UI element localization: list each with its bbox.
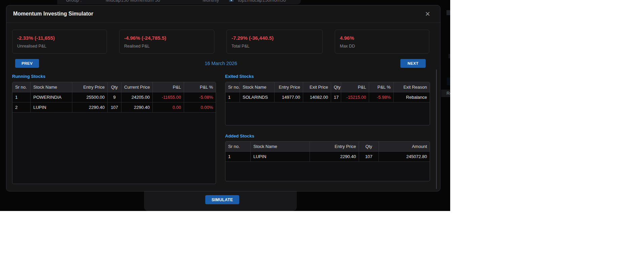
section-title-running-stocks: Running Stocks — [12, 74, 45, 79]
table-cell: 17 — [331, 92, 341, 102]
table-cell: 2290.40 — [72, 102, 108, 113]
chevron-down-icon: ▾ — [229, 0, 234, 2]
table-header-row: Sr no.Stock NameEntry PriceQtyCurrent Pr… — [12, 82, 216, 92]
page-title: Momentum Investing Simulator — [13, 11, 93, 17]
table-cell: 107 — [359, 152, 379, 162]
stat-card-realised-pnl: -4.96% (-24,785.5) Realised P&L — [119, 30, 214, 54]
stat-value: 4.96% — [340, 35, 424, 41]
table-cell: -15215.00 — [341, 92, 369, 102]
stat-label: Unrealised P&L — [17, 44, 102, 49]
stat-label: Max DD — [340, 44, 424, 49]
table-cell: POWERINDIA — [31, 92, 72, 102]
simulate-button[interactable]: SIMULATE — [205, 195, 239, 204]
table-cell: LUPIN — [251, 152, 310, 162]
column-header: Qty — [108, 82, 121, 92]
momentum-simulator-modal: Momentum Investing Simulator ✕ -2.33% (-… — [6, 5, 440, 191]
column-header: Qty — [359, 142, 379, 152]
background-panel: SIMULATE — [144, 191, 297, 211]
table-cell: SOLARINDS — [240, 92, 275, 102]
column-header: Sr no. — [225, 82, 240, 92]
background-text-fragment: Monthly — [203, 0, 219, 3]
date-navigation-row: PREV 16 March 2026 NEXT — [6, 59, 435, 68]
stat-label: Total P&L — [231, 44, 318, 49]
table-cell: 1 — [225, 92, 240, 102]
table-row: 2LUPIN2290.401072290.400.000.00% — [12, 102, 216, 113]
background-artifact: Re — [441, 90, 450, 97]
background-text-fragment: Midcap150 Momentum 50 — [106, 0, 160, 3]
table-cell: Rebalance — [394, 92, 430, 102]
table-header-row: Sr no.Stock NameEntry PriceExit PriceQty… — [225, 82, 430, 92]
stat-card-unrealised-pnl: -2.33% (-11,655) Unrealised P&L — [12, 30, 107, 54]
close-icon: ✕ — [425, 10, 430, 18]
running-stocks-table: Sr no.Stock NameEntry PriceQtyCurrent Pr… — [12, 82, 216, 184]
column-header: Amount — [379, 142, 430, 152]
column-header: P&L % — [184, 82, 216, 92]
column-header: Stock Name — [251, 142, 310, 152]
current-date: 16 March 2026 — [6, 61, 435, 66]
column-header: Qty — [331, 82, 341, 92]
table-row: 1POWERINDIA25500.00924205.00-11655.00-5.… — [12, 92, 216, 102]
table-cell: 245072.80 — [379, 152, 430, 162]
column-header: Stock Name — [240, 82, 275, 92]
table-cell: -11655.00 — [153, 92, 184, 102]
column-header: P&L — [153, 82, 184, 92]
background-artifact — [446, 10, 450, 15]
section-title-exited-stocks: Exited Stocks — [225, 74, 254, 79]
background-text-fragment: Group : — [66, 0, 82, 3]
modal-backdrop: Group : Midcap150 Momentum 50 Monthly ▾ … — [0, 0, 450, 211]
table-cell: -5.08% — [184, 92, 216, 102]
background-artifact — [449, 54, 450, 58]
table-cell: 1 — [12, 92, 31, 102]
modal-header: Momentum Investing Simulator ✕ — [6, 5, 440, 23]
section-title-added-stocks: Added Stocks — [225, 133, 254, 139]
column-header: Entry Price — [72, 82, 108, 92]
table-cell: 0.00% — [184, 102, 216, 113]
table-cell: 14082.00 — [303, 92, 331, 102]
column-header: Exit Reason — [394, 82, 430, 92]
background-artifact — [447, 78, 450, 85]
stat-card-max-dd: 4.96% Max DD — [335, 30, 429, 54]
table-row: 1LUPIN2290.40107245072.80 — [225, 152, 430, 162]
table-cell: 9 — [108, 92, 121, 102]
column-header: Sr no. — [12, 82, 31, 92]
table-cell: 0.00 — [153, 102, 184, 113]
table-cell: 2290.40 — [310, 152, 359, 162]
column-header: Entry Price — [310, 142, 359, 152]
table-cell: 25500.00 — [72, 92, 108, 102]
table-cell: 2290.40 — [121, 102, 153, 113]
background-text-fragment: top2midcap150mom50 — [238, 0, 286, 3]
stat-label: Realised P&L — [124, 44, 209, 49]
column-header: Entry Price — [275, 82, 303, 92]
column-header: Sr no. — [225, 142, 251, 152]
column-header: Stock Name — [31, 82, 72, 92]
background-text-fragment: Re — [446, 91, 450, 96]
stat-card-total-pnl: -7.29% (-36,440.5) Total P&L — [226, 30, 323, 54]
table-row: 1SOLARINDS14977.0014082.0017-15215.00-5.… — [225, 92, 430, 102]
modal-scrollbar[interactable] — [436, 69, 437, 189]
table-cell: 1 — [225, 152, 251, 162]
next-button[interactable]: NEXT — [400, 59, 426, 68]
close-button[interactable]: ✕ — [423, 10, 432, 19]
column-header: P&L — [341, 82, 369, 92]
column-header: Current Price — [121, 82, 153, 92]
table-cell: LUPIN — [31, 102, 72, 113]
stat-value: -4.96% (-24,785.5) — [124, 35, 209, 41]
table-header-row: Sr no.Stock NameEntry PriceQtyAmount — [225, 142, 430, 152]
table-cell: 24205.00 — [121, 92, 153, 102]
stat-cards-row: -2.33% (-11,655) Unrealised P&L -4.96% (… — [12, 30, 429, 54]
added-stocks-table: Sr no.Stock NameEntry PriceQtyAmount1LUP… — [225, 141, 430, 181]
table-cell: 14977.00 — [275, 92, 303, 102]
column-header: P&L % — [369, 82, 394, 92]
table-cell: -5.98% — [369, 92, 394, 102]
table-cell: 107 — [108, 102, 121, 113]
stat-value: -7.29% (-36,440.5) — [231, 35, 318, 41]
stat-value: -2.33% (-11,655) — [17, 35, 102, 41]
exited-stocks-table: Sr no.Stock NameEntry PriceExit PriceQty… — [225, 82, 430, 125]
column-header: Exit Price — [303, 82, 331, 92]
table-cell: 2 — [12, 102, 31, 113]
